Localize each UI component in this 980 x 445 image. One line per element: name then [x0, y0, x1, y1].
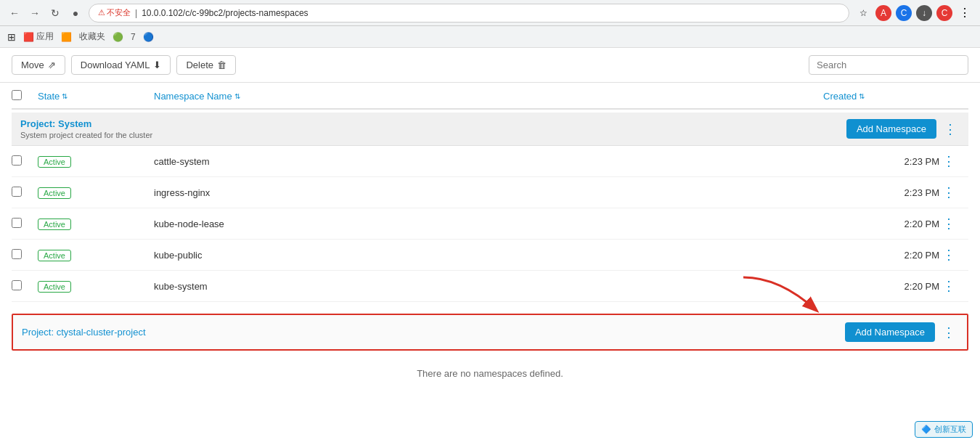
- row-checkbox-col: [12, 280, 38, 293]
- profile-button[interactable]: C: [936, 5, 952, 21]
- home-button[interactable]: ●: [68, 6, 83, 20]
- ext-button1[interactable]: C: [896, 5, 912, 21]
- created-sort-button[interactable]: Created ⇅: [823, 91, 939, 102]
- namespace-name: kube-public: [154, 250, 203, 261]
- row-state-col: Active: [38, 156, 154, 167]
- main-content: Move ⇗ Download YAML ⬇ Delete 🗑 State ⇅: [0, 48, 980, 396]
- row-state-col: Active: [38, 281, 154, 292]
- created-time: 2:23 PM: [905, 156, 939, 167]
- project-crystal-section: Project: ctystal-cluster-project Add Nam…: [12, 314, 968, 396]
- project-crystal-title-link[interactable]: Project: ctystal-cluster-project: [22, 327, 146, 338]
- row-actions-col: ⋮: [939, 278, 968, 294]
- status-badge: Active: [38, 219, 71, 230]
- move-icon: ⇗: [48, 60, 56, 70]
- project-system-kebab-button[interactable]: ⋮: [941, 121, 960, 137]
- menu-button[interactable]: ⋮: [957, 5, 973, 21]
- select-all-col: [12, 90, 38, 102]
- status-badge: Active: [38, 187, 71, 199]
- star-button[interactable]: ☆: [855, 5, 871, 21]
- project-system-subtitle: System project created for the cluster: [20, 131, 152, 139]
- name-col-header: Namespace Name ⇅: [154, 91, 823, 102]
- row-kebab-button[interactable]: ⋮: [939, 153, 958, 169]
- project-system-header: Project: System System project created f…: [12, 113, 968, 146]
- download-manager[interactable]: ↓: [916, 5, 932, 21]
- search-input[interactable]: [809, 55, 968, 75]
- name-sort-button[interactable]: Namespace Name ⇅: [154, 91, 823, 102]
- toolbar: Move ⇗ Download YAML ⬇ Delete 🗑: [0, 48, 980, 83]
- select-all-checkbox[interactable]: [12, 90, 22, 100]
- row-kebab-button[interactable]: ⋮: [939, 184, 958, 200]
- url-text: 10.0.0.102/c/c-99bc2/projects-namespaces: [142, 8, 308, 18]
- namespace-name: kube-system: [154, 281, 208, 292]
- row-actions-col: ⋮: [939, 184, 968, 200]
- project-crystal-header: Project: ctystal-cluster-project Add Nam…: [12, 314, 968, 351]
- bookmarks-bar: ⊞ 🟥 应用 🟧 收藏夹 🟢 7 🔵: [0, 26, 980, 48]
- row-state-col: Active: [38, 219, 154, 229]
- table-container: State ⇅ Namespace Name ⇅ Created ⇅: [0, 83, 980, 396]
- created-sort-icon: ⇅: [859, 92, 865, 100]
- project-crystal-kebab-button[interactable]: ⋮: [939, 324, 958, 340]
- state-sort-button[interactable]: State ⇅: [38, 91, 154, 102]
- trash-icon: 🗑: [217, 60, 226, 70]
- toolbar-left: Move ⇗ Download YAML ⬇ Delete 🗑: [12, 55, 236, 75]
- add-namespace-system-button[interactable]: Add Namespace: [846, 119, 936, 139]
- project-crystal-info: Project: ctystal-cluster-project: [22, 327, 146, 338]
- refresh-button[interactable]: ↻: [48, 6, 62, 20]
- row-name-col: kube-node-lease: [154, 219, 823, 229]
- row-name-col: cattle-system: [154, 156, 823, 167]
- row-state-col: Active: [38, 187, 154, 198]
- row-created-col: 2:20 PM: [823, 250, 939, 261]
- row-created-col: 2:23 PM: [823, 187, 939, 198]
- row-kebab-button[interactable]: ⋮: [939, 216, 958, 232]
- project-system-actions: Add Namespace ⋮: [846, 119, 960, 139]
- row-checkbox-1[interactable]: [12, 187, 22, 197]
- row-created-col: 2:23 PM: [823, 156, 939, 167]
- row-checkbox-col: [12, 155, 38, 168]
- row-kebab-button[interactable]: ⋮: [939, 278, 958, 294]
- status-badge: Active: [38, 156, 71, 168]
- empty-namespaces-message: There are no namespaces defined.: [12, 351, 968, 396]
- state-col-header: State ⇅: [38, 91, 154, 102]
- download-button[interactable]: Download YAML ⬇: [71, 55, 171, 75]
- status-badge: Active: [38, 281, 71, 293]
- bookmark-apps[interactable]: 🟥 应用: [23, 30, 54, 43]
- row-checkbox-col: [12, 187, 38, 199]
- add-namespace-crystal-button[interactable]: Add Namespace: [845, 322, 935, 342]
- move-button[interactable]: Move ⇗: [12, 55, 65, 75]
- row-checkbox-0[interactable]: [12, 155, 22, 166]
- status-badge: Active: [38, 250, 71, 261]
- browser-chrome: ← → ↻ ● ⚠ 不安全 | 10.0.0.102/c/c-99bc2/pro…: [0, 0, 980, 26]
- row-checkbox-3[interactable]: [12, 249, 22, 259]
- row-kebab-button[interactable]: ⋮: [939, 247, 958, 263]
- bookmark-icon3[interactable]: 7: [131, 32, 136, 42]
- table-row: Active kube-node-lease 2:20 PM ⋮: [12, 208, 968, 240]
- row-name-col: ingress-nginx: [154, 187, 823, 198]
- created-time: 2:20 PM: [905, 219, 939, 229]
- apps-icon: ⊞: [7, 31, 16, 43]
- search-container: [809, 55, 968, 75]
- created-col-header: Created ⇅: [823, 91, 939, 102]
- state-sort-icon: ⇅: [62, 92, 68, 100]
- system-namespace-rows: Active cattle-system 2:23 PM ⋮ Active in…: [12, 146, 968, 302]
- row-checkbox-col: [12, 249, 38, 261]
- row-checkbox-col: [12, 218, 38, 230]
- row-created-col: 2:20 PM: [823, 219, 939, 229]
- row-checkbox-2[interactable]: [12, 218, 22, 228]
- row-state-col: Active: [38, 250, 154, 261]
- namespace-name: kube-node-lease: [154, 219, 224, 229]
- abp-button[interactable]: A: [875, 5, 891, 21]
- created-time: 2:20 PM: [905, 281, 939, 292]
- row-checkbox-4[interactable]: [12, 280, 22, 290]
- bookmark-favorites[interactable]: 收藏夹: [79, 30, 105, 43]
- download-icon: ⬇: [153, 60, 161, 70]
- bookmark-icon4[interactable]: 🔵: [143, 32, 154, 42]
- created-time: 2:20 PM: [905, 250, 939, 261]
- bookmark-icon1[interactable]: 🟧: [61, 32, 72, 42]
- row-actions-col: ⋮: [939, 247, 968, 263]
- back-button[interactable]: ←: [7, 6, 22, 20]
- table-header: State ⇅ Namespace Name ⇅ Created ⇅: [12, 83, 968, 110]
- bookmark-icon2[interactable]: 🟢: [113, 32, 123, 42]
- address-bar: ⚠ 不安全 | 10.0.0.102/c/c-99bc2/projects-na…: [89, 4, 849, 23]
- forward-button[interactable]: →: [28, 6, 42, 20]
- delete-button[interactable]: Delete 🗑: [176, 55, 236, 75]
